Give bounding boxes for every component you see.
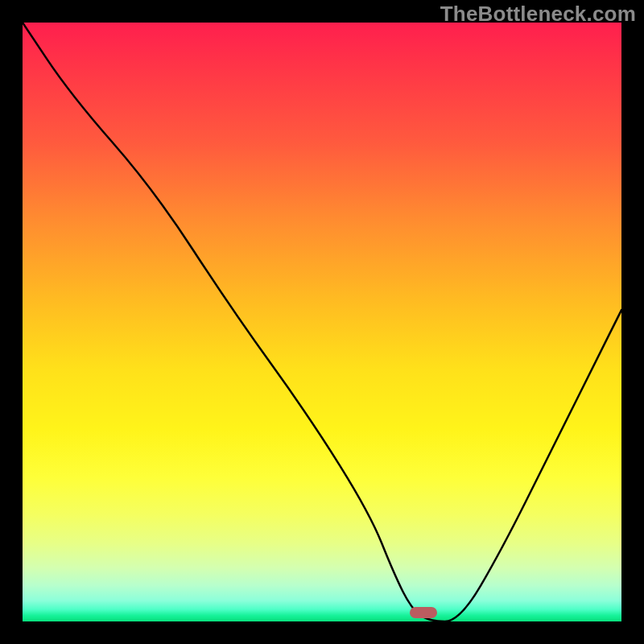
chart-frame: TheBottleneck.com: [0, 0, 644, 644]
plot-area: [23, 23, 621, 621]
bottleneck-curve: [23, 23, 621, 621]
optimal-marker: [410, 607, 437, 618]
curve-layer: [23, 23, 621, 621]
